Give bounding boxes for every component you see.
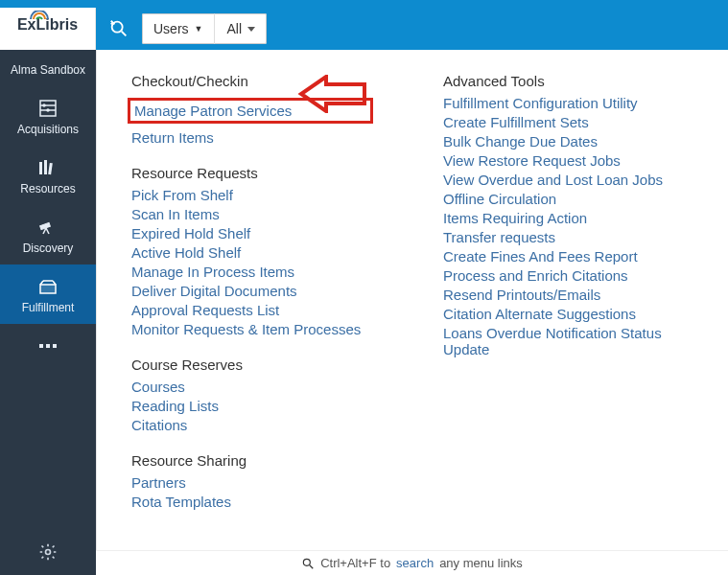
sidebar-item-more[interactable] [0,324,96,370]
logo-arc-icon [30,11,49,20]
sidebar-settings[interactable] [0,529,96,575]
sidebar-item-label: Discovery [23,242,74,255]
link-scan-in-items[interactable]: Scan In Items [131,206,389,222]
sidebar-item-label: Fulfillment [22,301,75,314]
svg-point-5 [43,104,45,106]
svg-line-12 [46,228,49,234]
link-items-requiring-action[interactable]: Items Requiring Action [443,210,701,226]
svg-rect-7 [39,162,42,174]
sidebar-item-label: Alma Sandbox [11,63,85,77]
left-column: Checkout/Checkin Manage Patron Services … [131,73,389,513]
svg-rect-15 [53,344,57,348]
svg-point-6 [47,109,49,111]
sidebar-item-label: Acquisitions [17,123,79,136]
hint-search-link[interactable]: search [396,556,434,570]
abacus-icon [37,98,59,119]
svg-rect-14 [46,344,50,348]
svg-rect-8 [44,160,47,174]
svg-line-18 [310,564,314,568]
search-type-select[interactable]: Users ▼ [142,13,215,44]
sidebar: Alma Sandbox Acquisitions Resources [0,50,96,575]
sidebar-item-alma-sandbox[interactable]: Alma Sandbox [0,50,96,86]
topbar-stripe [0,0,728,8]
group-title: Resource Requests [131,165,389,181]
search-hint-bar: Ctrl+Alt+F to search any menu links [96,550,728,575]
link-manage-patron-services[interactable]: Manage Patron Services [128,98,373,124]
link-courses[interactable]: Courses [131,379,389,395]
box-open-icon [37,276,59,297]
hint-pre: Ctrl+Alt+F to [320,556,390,570]
link-active-hold-shelf[interactable]: Active Hold Shelf [131,244,389,261]
link-reading-lists[interactable]: Reading Lists [131,398,389,414]
link-citation-alternate-suggestions[interactable]: Citation Alternate Suggestions [443,306,701,322]
search-category-box: Users ▼ All [142,13,267,44]
link-approval-requests-list[interactable]: Approval Requests List [131,302,389,318]
link-view-overdue-lost-loan-jobs[interactable]: View Overdue and Lost Loan Jobs [443,172,701,188]
sidebar-item-discovery[interactable]: Discovery [0,205,96,264]
link-return-items[interactable]: Return Items [131,129,389,146]
link-offline-circulation[interactable]: Offline Circulation [443,191,701,207]
sidebar-spacer [0,370,96,529]
link-process-enrich-citations[interactable]: Process and Enrich Citations [443,267,701,284]
books-icon [37,157,59,178]
sidebar-item-label: Resources [20,182,75,196]
link-expired-hold-shelf[interactable]: Expired Hold Shelf [131,225,389,242]
link-resend-printouts-emails[interactable]: Resend Printouts/Emails [443,287,701,303]
svg-line-1 [122,32,127,36]
link-bulk-change-due-dates[interactable]: Bulk Change Due Dates [443,133,701,150]
link-view-restore-request-jobs[interactable]: View Restore Request Jobs [443,152,701,169]
search-scope-label: All [226,21,242,36]
gear-icon [38,542,58,562]
link-transfer-requests[interactable]: Transfer requests [443,229,701,245]
link-loans-overdue-notification[interactable]: Loans Overdue Notification Status Update [443,325,701,357]
topbar: Users ▼ All [96,8,728,50]
link-pick-from-shelf[interactable]: Pick From Shelf [131,187,389,203]
fulfillment-menu-panel: Checkout/Checkin Manage Patron Services … [96,50,728,550]
group-title: Advanced Tools [443,73,701,89]
link-partners[interactable]: Partners [131,474,389,491]
sidebar-item-fulfillment[interactable]: Fulfillment [0,264,96,324]
sidebar-item-acquisitions[interactable]: Acquisitions [0,86,96,146]
search-scope-select[interactable]: All [215,13,267,44]
link-fulfillment-config-utility[interactable]: Fulfillment Configuration Utility [443,95,701,111]
hint-post: any menu links [439,556,523,570]
svg-point-16 [46,550,51,555]
sidebar-item-resources[interactable]: Resources [0,146,96,205]
caret-down-icon: ▼ [195,24,203,34]
search-icon [301,557,315,570]
link-create-fulfillment-sets[interactable]: Create Fulfillment Sets [443,114,701,130]
link-create-fines-fees-report[interactable]: Create Fines And Fees Report [443,248,701,264]
link-deliver-digital-documents[interactable]: Deliver Digital Documents [131,283,389,299]
svg-point-17 [303,559,310,565]
logo: ExLibris [17,16,78,34]
svg-rect-9 [48,163,53,174]
link-citations[interactable]: Citations [131,417,389,433]
telescope-icon [37,217,59,238]
link-rota-templates[interactable]: Rota Templates [131,494,389,510]
search-type-label: Users [153,21,189,36]
group-title: Checkout/Checkin [131,73,389,89]
group-title: Resource Sharing [131,452,389,469]
svg-rect-2 [40,101,56,116]
caret-down-icon [247,27,255,32]
quick-search-icon[interactable] [104,13,134,44]
group-title: Course Reserves [131,356,389,373]
svg-rect-13 [39,344,43,348]
more-icon [37,335,59,356]
link-monitor-requests-item-processes[interactable]: Monitor Requests & Item Processes [131,321,389,337]
link-manage-in-process-items[interactable]: Manage In Process Items [131,264,389,280]
right-column: Advanced Tools Fulfillment Configuration… [443,73,701,513]
